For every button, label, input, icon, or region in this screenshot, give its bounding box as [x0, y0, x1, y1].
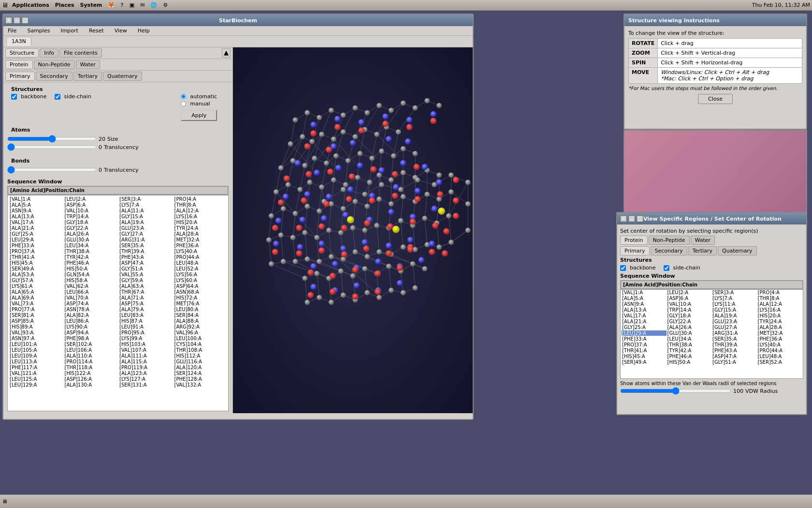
list-item[interactable]: [LEU]34:A — [64, 243, 118, 248]
list-item[interactable]: [LEU]101:A — [9, 342, 63, 347]
list-item[interactable]: [LEU]86:A — [64, 318, 118, 324]
list-item[interactable]: [ASN]78:A — [64, 307, 118, 312]
menu-system[interactable]: System — [80, 2, 102, 8]
list-item[interactable]: [PRO]44:A — [757, 348, 802, 353]
menu-help[interactable]: Help — [136, 27, 151, 34]
list-item[interactable]: [PHE]98:A — [64, 336, 118, 341]
win-close-btn[interactable]: ✕ — [5, 17, 12, 24]
list-item[interactable]: [LEU]109:A — [9, 353, 63, 359]
list-item[interactable]: [SER]35:A — [712, 336, 757, 342]
list-item[interactable]: [GLY]25:A — [622, 325, 667, 330]
list-item[interactable]: [HIS]87:A — [118, 318, 173, 324]
list-item[interactable]: [GLY]18:A — [667, 313, 712, 318]
list-item[interactable]: [VAL]17:A — [622, 313, 667, 318]
list-item[interactable]: [TYR]42:A — [64, 254, 118, 260]
list-item[interactable]: [HIS]20:A — [757, 313, 802, 318]
menu-applications[interactable]: Applications — [12, 2, 49, 8]
list-item[interactable]: [TRP]14:A — [64, 214, 118, 219]
list-item[interactable]: [GLU]23:A — [118, 225, 173, 231]
list-item[interactable]: [ASP]94:A — [64, 330, 118, 335]
list-item[interactable]: [LYS]56:A — [174, 272, 228, 277]
list-item[interactable]: [ALA]21:A — [622, 319, 667, 324]
vsr-struct-tab-primary[interactable]: Primary — [620, 246, 650, 255]
list-item[interactable]: [LEU]100:A — [174, 336, 228, 341]
list-item[interactable]: [ALA]130:A — [64, 382, 118, 388]
list-item[interactable]: [GLU]27:A — [712, 325, 757, 330]
list-item[interactable]: [ALA]115:A — [118, 359, 173, 364]
vsr-tab-protein[interactable]: Protein — [620, 236, 648, 245]
menu-import[interactable]: Import — [59, 27, 80, 34]
list-item[interactable]: [SER]81:A — [9, 313, 63, 318]
list-item[interactable]: [PHE]43:A — [712, 348, 757, 353]
list-item[interactable]: [PHE]117:A — [9, 365, 63, 370]
list-item[interactable]: [ALA]11:A — [118, 208, 173, 213]
panel-tab-file-contents[interactable]: File contents — [59, 48, 102, 58]
list-item[interactable]: [THR]8:A — [174, 202, 228, 208]
list-item[interactable]: [ALA]120:A — [174, 365, 228, 370]
list-item[interactable]: [HIS]89:A — [9, 324, 63, 329]
list-item[interactable]: [LEU]29:A — [9, 237, 63, 242]
list-item[interactable]: [SER]49:A — [9, 266, 63, 271]
list-item[interactable]: [ALA]13:A — [622, 307, 667, 313]
list-item[interactable]: [ARG]92:A — [174, 324, 228, 329]
list-item[interactable]: [TYR]24:A — [174, 225, 228, 231]
list-item[interactable]: [ALA]82:A — [64, 313, 118, 318]
list-item[interactable]: [GLU]116:A — [174, 359, 228, 364]
list-item[interactable]: [PRO]4:A — [757, 290, 802, 295]
list-item[interactable]: [THR]39:A — [712, 342, 757, 347]
panel-tab-structure[interactable]: Structure — [5, 48, 39, 58]
list-item[interactable]: [LEU]48:A — [174, 260, 228, 266]
side-chain-checkbox[interactable] — [55, 94, 60, 100]
list-item[interactable]: [SER]124:A — [174, 371, 228, 376]
list-item[interactable]: [ALA]63:A — [118, 284, 173, 289]
list-item[interactable]: [HIS]20:A — [174, 220, 228, 225]
list-item[interactable]: [ALA]69:A — [9, 295, 63, 300]
list-item[interactable]: [ALA]28:A — [174, 231, 228, 237]
list-item[interactable]: [LYS]90:A — [64, 324, 118, 329]
close-button[interactable]: Close — [698, 94, 733, 104]
list-item[interactable]: [PRO]114:A — [64, 359, 118, 364]
list-item[interactable]: [ASP]64:A — [174, 284, 228, 289]
list-item[interactable]: [THR]67:A — [118, 289, 173, 295]
list-item[interactable]: [ARG]31:A — [712, 330, 757, 336]
list-item[interactable]: [LYS]7:A — [118, 202, 173, 208]
apply-button[interactable]: Apply — [181, 110, 217, 121]
list-item[interactable]: [ASP]126:A — [64, 376, 118, 382]
vsr-close-btn[interactable]: ✕ — [620, 215, 627, 222]
list-item[interactable]: [HIS]50:A — [64, 266, 118, 271]
list-item[interactable]: [ASN]97:A — [9, 336, 63, 341]
list-item[interactable]: [LEU]125:A — [9, 376, 63, 382]
list-item[interactable]: [THR]41:A — [622, 348, 667, 353]
list-item[interactable]: [ALA]5:A — [622, 296, 667, 301]
list-item[interactable]: [SER]3:A — [712, 290, 757, 295]
list-item[interactable]: [GLY]22:A — [667, 319, 712, 324]
panel-tab-info[interactable]: Info — [40, 48, 58, 58]
list-item[interactable]: [ALA]88:A — [174, 318, 228, 324]
list-item[interactable]: [ASN]68:A — [174, 289, 228, 295]
list-item[interactable]: [MET]32:A — [174, 237, 228, 242]
list-item[interactable]: [ALA]65:A — [9, 289, 63, 295]
menu-file[interactable]: File — [6, 27, 18, 34]
list-item[interactable]: [SER]49:A — [622, 359, 667, 365]
sub-tab-non-peptide[interactable]: Non-Peptide — [34, 60, 75, 69]
list-item[interactable]: [PRO]44:A — [174, 254, 228, 260]
list-item[interactable]: [SER]102:A — [64, 342, 118, 347]
list-item[interactable]: [LEU]2:A — [667, 290, 712, 295]
taskbar-browser-icon[interactable]: 🌐 — [150, 2, 157, 8]
list-item[interactable]: [GLY]51:A — [712, 359, 757, 365]
list-item[interactable]: [VAL]62:A — [64, 284, 118, 289]
atoms-size-slider[interactable] — [7, 135, 97, 142]
list-item[interactable]: [VAL]1:A — [9, 196, 63, 202]
list-item[interactable]: [ALA]13:A — [9, 214, 63, 219]
vsr-struct-tab-secondary[interactable]: Secondary — [651, 246, 687, 255]
list-item[interactable]: [ALA]53:A — [9, 272, 63, 277]
list-item[interactable]: [GLY]25:A — [9, 231, 63, 237]
menu-view[interactable]: View — [113, 27, 129, 34]
list-item[interactable]: [THR]8:A — [757, 296, 802, 301]
list-item[interactable]: [ASN]9:A — [622, 301, 667, 307]
list-item[interactable]: [PHE]33:A — [622, 336, 667, 342]
list-item[interactable]: [VAL]10:A — [64, 208, 118, 213]
tab-1a3n[interactable]: 1A3N — [6, 37, 31, 46]
win-max-btn[interactable]: □ — [22, 17, 29, 24]
automatic-radio[interactable] — [181, 94, 186, 99]
